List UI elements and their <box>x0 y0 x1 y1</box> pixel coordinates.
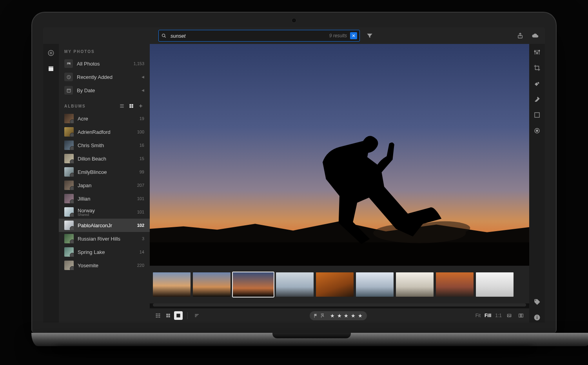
album-item[interactable]: Russian River Hills3 <box>59 232 150 245</box>
svg-rect-21 <box>132 106 133 108</box>
share-button[interactable] <box>515 31 525 41</box>
filmstrip-thumb[interactable] <box>193 272 230 297</box>
healing-brush-button[interactable] <box>532 78 542 89</box>
zoom-fill-button[interactable]: Fill <box>485 313 491 318</box>
svg-rect-8 <box>49 67 53 71</box>
nav-item-label: By Date <box>77 88 138 93</box>
single-view-button[interactable] <box>174 311 183 320</box>
keywords-button[interactable] <box>532 297 542 307</box>
nav-item-all-photos[interactable]: All Photos1,153 <box>59 57 150 70</box>
svg-rect-41 <box>176 314 180 317</box>
filmstrip-thumb[interactable] <box>436 272 474 297</box>
album-name: Spring Lake <box>78 249 131 255</box>
linear-gradient-button[interactable] <box>532 110 542 120</box>
brush-button[interactable] <box>532 94 542 104</box>
album-item[interactable]: Acre19 <box>59 112 150 125</box>
clock-icon <box>64 73 73 81</box>
svg-point-53 <box>534 51 535 52</box>
grid-view-large-button[interactable] <box>164 311 172 320</box>
photo-viewer: ★ ★ ★ ★ ★ Fit Fill 1:1 <box>150 44 529 323</box>
zoom-fit-button[interactable]: Fit <box>475 313 481 318</box>
svg-rect-56 <box>535 113 539 117</box>
sidebar: MY PHOTOS All Photos1,153Recently Added◀… <box>59 44 150 323</box>
zoom-controls: Fit Fill 1:1 <box>475 313 502 318</box>
album-item[interactable]: Japan207 <box>59 179 150 192</box>
search-result-count: 9 results <box>329 33 347 38</box>
search-clear-button[interactable] <box>350 32 357 39</box>
nav-item-recently-added[interactable]: Recently Added◀ <box>59 70 150 84</box>
svg-rect-46 <box>507 314 511 317</box>
rating-control[interactable]: ★ ★ ★ ★ ★ <box>310 311 367 320</box>
nav-item-by-date[interactable]: By Date◀ <box>59 84 150 97</box>
filmstrip-thumb[interactable] <box>276 272 314 297</box>
filmstrip-thumb[interactable] <box>153 272 191 297</box>
sort-button[interactable] <box>192 311 201 320</box>
library-button[interactable] <box>46 64 56 74</box>
album-name: Russian River Hills <box>78 236 131 242</box>
svg-rect-19 <box>132 104 133 106</box>
svg-rect-40 <box>169 316 170 318</box>
crop-button[interactable] <box>532 63 542 73</box>
compare-button[interactable] <box>517 311 525 320</box>
filmstrip-thumb[interactable] <box>233 272 274 297</box>
nav-item-label: All Photos <box>77 61 129 67</box>
photos-icon <box>64 59 73 68</box>
album-count: 14 <box>135 250 144 254</box>
flag-reject-icon[interactable] <box>320 313 325 318</box>
album-item[interactable]: AdrienRadford100 <box>59 125 150 139</box>
add-album-button[interactable] <box>137 102 144 110</box>
album-thumb <box>64 207 74 217</box>
album-thumb <box>64 247 74 257</box>
album-item[interactable]: EmilyBlincoe99 <box>59 165 150 179</box>
left-rail <box>43 44 59 323</box>
album-item[interactable]: Yosemite220 <box>59 259 150 272</box>
album-name: AdrienRadford <box>78 129 131 135</box>
album-item[interactable]: Dillon Beach15 <box>59 152 150 165</box>
search-input[interactable] <box>170 33 326 39</box>
svg-point-0 <box>162 34 165 37</box>
album-item[interactable]: NorwayShared101 <box>59 205 150 219</box>
album-name: Japan <box>78 182 131 188</box>
album-count: 99 <box>135 170 144 174</box>
album-count: 101 <box>135 210 144 214</box>
app-window: 9 results <box>43 27 545 323</box>
filmstrip-thumb[interactable] <box>356 272 394 297</box>
radial-gradient-button[interactable] <box>532 126 542 136</box>
filmstrip-thumb[interactable] <box>476 272 514 297</box>
album-view-list-button[interactable] <box>118 102 125 110</box>
main-photo[interactable] <box>150 44 529 266</box>
flag-pick-icon[interactable] <box>314 313 319 318</box>
info-button[interactable] <box>532 312 542 323</box>
album-item[interactable]: Spring Lake14 <box>59 245 150 259</box>
album-view-grid-button[interactable] <box>128 102 135 110</box>
album-thumb <box>64 154 74 163</box>
zoom-1to1-button[interactable]: 1:1 <box>495 313 502 318</box>
nav-item-count: 1,153 <box>133 61 144 66</box>
cloud-sync-button[interactable] <box>530 31 540 41</box>
star-rating[interactable]: ★ ★ ★ ★ ★ <box>330 313 363 319</box>
show-original-button[interactable] <box>505 311 514 320</box>
svg-point-54 <box>537 53 538 54</box>
search-field[interactable]: 9 results <box>158 30 360 42</box>
svg-rect-13 <box>67 89 71 92</box>
svg-rect-25 <box>150 242 529 266</box>
svg-rect-37 <box>166 314 168 315</box>
filmstrip-thumb[interactable] <box>396 272 434 297</box>
album-item[interactable]: Chris Smith16 <box>59 139 150 152</box>
album-count: 19 <box>135 116 144 121</box>
svg-rect-29 <box>158 314 158 314</box>
main-photo-artwork <box>150 44 529 266</box>
svg-rect-36 <box>159 317 160 318</box>
album-item[interactable]: PabloAlarconJr102 <box>59 219 150 232</box>
edit-sliders-button[interactable] <box>532 47 542 57</box>
album-count: 101 <box>135 196 144 201</box>
filmstrip-scrollbar[interactable] <box>153 303 526 307</box>
album-item[interactable]: Jillian101 <box>59 192 150 205</box>
svg-point-58 <box>536 130 538 132</box>
add-photos-button[interactable] <box>46 48 56 58</box>
album-count: 102 <box>135 223 144 228</box>
svg-point-61 <box>537 316 537 316</box>
filmstrip-thumb[interactable] <box>316 272 354 297</box>
grid-view-small-button[interactable] <box>154 311 162 320</box>
filter-button[interactable] <box>365 31 375 41</box>
